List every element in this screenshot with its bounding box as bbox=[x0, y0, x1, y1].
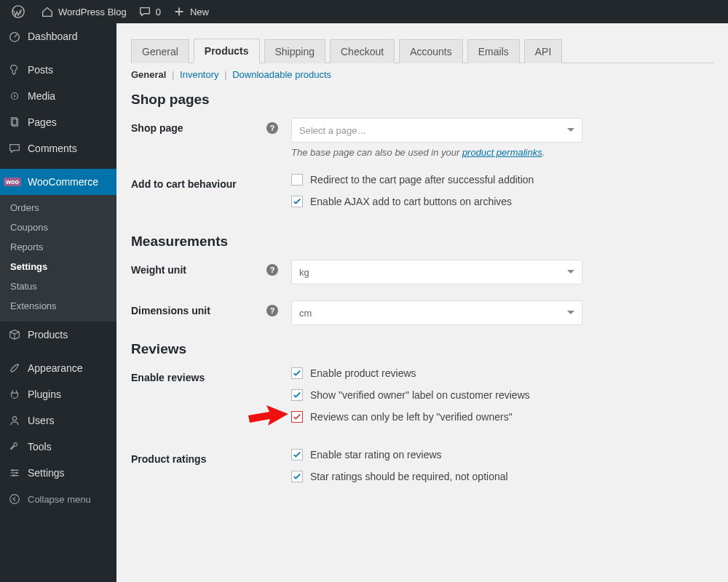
sidebar-item-media[interactable]: Media bbox=[0, 83, 116, 109]
sidebar-subitem-reports[interactable]: Reports bbox=[0, 237, 116, 257]
subtab-inventory[interactable]: Inventory bbox=[180, 69, 218, 80]
checkbox-reviews-verified-owners-only[interactable] bbox=[291, 411, 303, 423]
sidebar-subitem-extensions[interactable]: Extensions bbox=[0, 296, 116, 316]
home-icon bbox=[41, 5, 54, 18]
comment-icon bbox=[7, 141, 22, 156]
tab-api[interactable]: API bbox=[524, 39, 563, 63]
woocommerce-submenu: Orders Coupons Reports Settings Status E… bbox=[0, 195, 116, 322]
sidebar-subitem-status[interactable]: Status bbox=[0, 276, 116, 296]
section-title-measurements: Measurements bbox=[131, 234, 713, 250]
plus-icon bbox=[173, 5, 186, 18]
settings-content: General Products Shipping Checkout Accou… bbox=[116, 23, 728, 582]
sidebar-item-label: Users bbox=[28, 415, 55, 426]
sidebar-item-tools[interactable]: Tools bbox=[0, 434, 116, 460]
checkbox-enable-star-rating[interactable] bbox=[291, 449, 303, 461]
tab-shipping[interactable]: Shipping bbox=[264, 39, 326, 63]
sidebar-item-label: Pages bbox=[28, 116, 57, 128]
sidebar-item-label: Media bbox=[28, 90, 55, 102]
sidebar-item-label: Posts bbox=[28, 64, 53, 76]
checkbox-ajax-add-to-cart[interactable] bbox=[291, 196, 303, 207]
media-icon bbox=[7, 89, 22, 103]
label-weight-unit: Weight unit ? bbox=[131, 260, 291, 276]
product-permalinks-link[interactable]: product permalinks bbox=[462, 147, 542, 158]
checkbox-label: Star ratings should be required, not opt… bbox=[310, 471, 508, 482]
weight-unit-value: kg bbox=[299, 267, 309, 278]
label-product-ratings: Product ratings bbox=[131, 449, 291, 465]
collapse-icon bbox=[7, 492, 22, 506]
sidebar-subitem-settings[interactable]: Settings bbox=[0, 257, 116, 276]
sidebar-subitem-coupons[interactable]: Coupons bbox=[0, 218, 116, 237]
new-label: New bbox=[190, 7, 209, 17]
sidebar-item-users[interactable]: Users bbox=[0, 407, 116, 434]
shop-page-select[interactable]: Select a page… bbox=[291, 118, 582, 143]
sidebar-item-dashboard[interactable]: Dashboard bbox=[0, 23, 116, 49]
sidebar-item-comments[interactable]: Comments bbox=[0, 135, 116, 162]
sidebar-item-label: Dashboard bbox=[28, 31, 78, 42]
annotation-arrow-icon bbox=[246, 405, 290, 431]
wrench-icon bbox=[7, 439, 22, 454]
chevron-down-icon bbox=[567, 311, 574, 318]
sidebar-item-pages[interactable]: Pages bbox=[0, 109, 116, 135]
svg-point-7 bbox=[15, 472, 17, 474]
help-icon[interactable]: ? bbox=[266, 305, 278, 316]
checkbox-label: Redirect to the cart page after successf… bbox=[310, 174, 534, 186]
chevron-down-icon bbox=[567, 270, 574, 277]
sidebar-item-label: Settings bbox=[28, 467, 65, 479]
subtab-general[interactable]: General bbox=[131, 69, 166, 80]
checkbox-show-verified-owner-label[interactable] bbox=[291, 389, 303, 401]
site-home-link[interactable]: WordPress Blog bbox=[35, 0, 132, 23]
sidebar-item-appearance[interactable]: Appearance bbox=[0, 355, 116, 381]
label-enable-reviews: Enable reviews bbox=[131, 367, 291, 383]
box-icon bbox=[7, 327, 22, 342]
collapse-menu-button[interactable]: Collapse menu bbox=[0, 486, 116, 512]
weight-unit-select[interactable]: kg bbox=[291, 260, 582, 284]
sidebar-item-products[interactable]: Products bbox=[0, 322, 116, 348]
tab-emails[interactable]: Emails bbox=[467, 39, 520, 63]
pin-icon bbox=[7, 63, 22, 77]
admin-toolbar: WordPress Blog 0 New bbox=[0, 0, 728, 23]
admin-sidebar: Dashboard Posts Media Pages Comments woo… bbox=[0, 23, 116, 582]
new-content-link[interactable]: New bbox=[167, 0, 215, 23]
sidebar-item-woocommerce[interactable]: woo WooCommerce bbox=[0, 169, 116, 195]
svg-point-1 bbox=[10, 33, 20, 42]
sidebar-subitem-orders[interactable]: Orders bbox=[0, 198, 116, 218]
sidebar-item-settings[interactable]: Settings bbox=[0, 460, 116, 486]
tab-accounts[interactable]: Accounts bbox=[399, 39, 463, 63]
sidebar-item-label: Plugins bbox=[28, 388, 61, 400]
user-icon bbox=[7, 413, 22, 428]
tab-checkout[interactable]: Checkout bbox=[330, 39, 395, 63]
sliders-icon bbox=[7, 466, 22, 480]
woocommerce-icon: woo bbox=[7, 175, 22, 189]
svg-marker-10 bbox=[248, 405, 288, 426]
products-subtabs: General | Inventory | Downloadable produ… bbox=[131, 69, 713, 80]
shop-page-placeholder: Select a page… bbox=[299, 125, 367, 136]
checkbox-enable-product-reviews[interactable] bbox=[291, 367, 303, 379]
checkbox-label: Enable product reviews bbox=[310, 367, 416, 379]
sidebar-item-plugins[interactable]: Plugins bbox=[0, 381, 116, 407]
checkbox-label: Enable star rating on reviews bbox=[310, 449, 442, 461]
tab-general[interactable]: General bbox=[131, 39, 189, 63]
settings-tabs: General Products Shipping Checkout Accou… bbox=[131, 38, 713, 63]
dimensions-unit-select[interactable]: cm bbox=[291, 300, 582, 325]
subtab-downloadable[interactable]: Downloadable products bbox=[232, 69, 331, 80]
checkbox-label: Show "verified owner" label on customer … bbox=[310, 389, 530, 401]
label-shop-page: Shop page ? bbox=[131, 118, 291, 134]
dimensions-unit-value: cm bbox=[299, 308, 312, 319]
checkbox-star-rating-required[interactable] bbox=[291, 471, 303, 482]
wp-logo-menu[interactable] bbox=[6, 0, 35, 23]
collapse-label: Collapse menu bbox=[28, 494, 91, 505]
sidebar-item-posts[interactable]: Posts bbox=[0, 57, 116, 83]
checkbox-label: Enable AJAX add to cart buttons on archi… bbox=[310, 196, 512, 207]
comment-icon bbox=[138, 5, 151, 18]
help-icon[interactable]: ? bbox=[266, 264, 278, 276]
label-add-to-cart: Add to cart behaviour bbox=[131, 174, 291, 190]
sidebar-item-label: Tools bbox=[28, 441, 52, 453]
svg-point-8 bbox=[13, 474, 15, 477]
chevron-down-icon bbox=[567, 128, 574, 135]
sidebar-item-label: Appearance bbox=[28, 362, 83, 374]
checkbox-redirect-cart[interactable] bbox=[291, 174, 303, 186]
tab-products[interactable]: Products bbox=[194, 39, 260, 63]
comments-link[interactable]: 0 bbox=[132, 0, 167, 23]
help-icon[interactable]: ? bbox=[266, 122, 278, 134]
label-dimensions-unit: Dimensions unit ? bbox=[131, 300, 291, 316]
